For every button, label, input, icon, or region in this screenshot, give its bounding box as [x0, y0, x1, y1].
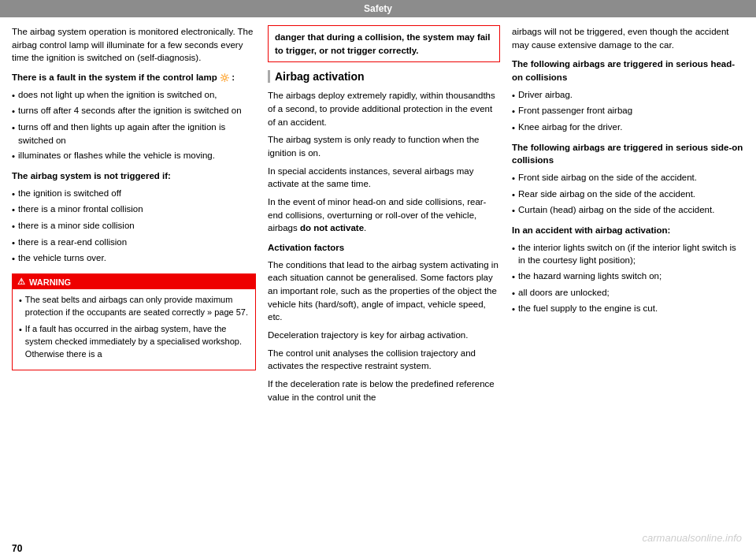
right-p1: airbags will not be triggered, even thou… — [512, 25, 744, 51]
fault-title: There is a fault in the system if the co… — [12, 71, 256, 84]
activation-p4: In the event of minor head-on and side c… — [268, 195, 500, 235]
accident-bullet-3: • all doors are unlocked; — [512, 286, 744, 300]
bullet-dot: • — [512, 303, 515, 316]
accident-bullet-2: • the hazard warning lights switch on; — [512, 270, 744, 284]
center-column: danger that during a collision, the syst… — [268, 25, 500, 531]
head-on-bullet-1: • Driver airbag. — [512, 88, 744, 102]
head-on-bullet-3: • Knee airbag for the driver. — [512, 121, 744, 135]
fault-bullet-2: • turns off after 4 seconds after the ig… — [12, 104, 256, 118]
head-on-title: The following airbags are triggered in s… — [512, 58, 744, 84]
activation-p2: The airbag system is only ready to funct… — [268, 133, 500, 159]
head-on-bullet-2: • Front passenger front airbag — [512, 104, 744, 118]
factors-title: Activation factors — [268, 241, 500, 255]
bullet-dot: • — [512, 121, 515, 135]
bullet-dot: • — [12, 236, 15, 250]
bullet-dot: • — [12, 252, 15, 266]
accident-title: In an accident with airbag activation: — [512, 224, 744, 237]
warning-header: ⚠ WARNING — [13, 274, 255, 289]
content-area: The airbag system operation is monitored… — [0, 17, 756, 539]
not-triggered-title: The airbag system is not triggered if: — [12, 169, 256, 183]
warning-bullet-1: • The seat belts and airbags can only pr… — [19, 294, 249, 319]
side-bullet-3: • Curtain (head) airbag on the side of t… — [512, 203, 744, 218]
fault-bullet-4: • illuminates or flashes while the vehic… — [12, 149, 256, 163]
side-bullet-2: • Rear side airbag on the side of the ac… — [512, 188, 744, 202]
bullet-dot: • — [12, 89, 15, 102]
fault-bullet-3: • turns off and then lights up again aft… — [12, 121, 256, 147]
bullet-dot: • — [12, 105, 15, 118]
airbag-activation-header: Airbag activation — [268, 70, 500, 83]
factors-p2: Deceleration trajectory is key for airba… — [268, 329, 500, 342]
lamp-icon: 🔆 — [220, 73, 229, 82]
intro-text: The airbag system operation is monitored… — [12, 25, 256, 65]
bullet-dot: • — [512, 105, 515, 118]
side-bullet-1: • Front side airbag on the side of the a… — [512, 171, 744, 185]
activation-p3: In special accidents instances, several … — [268, 165, 500, 191]
accident-bullet-4: • the fuel supply to the engine is cut. — [512, 302, 744, 316]
warning-triangle-icon: ⚠ — [17, 277, 25, 287]
bullet-dot: • — [512, 270, 515, 284]
header-bar: Safety — [0, 0, 756, 17]
danger-box: danger that during a collision, the syst… — [268, 25, 500, 62]
warning-bullet-2: • If a fault has occurred in the airbag … — [19, 323, 249, 361]
not-triggered-bullet-1: • the ignition is switched off — [12, 187, 256, 201]
bullet-dot: • — [12, 203, 15, 217]
bullet-dot: • — [12, 220, 15, 233]
not-triggered-bullet-2: • there is a minor frontal collision — [12, 203, 256, 217]
factors-p4: If the deceleration rate is below the pr… — [268, 378, 500, 404]
bullet-dot: • — [512, 204, 515, 218]
page: Safety The airbag system operation is mo… — [0, 0, 756, 558]
right-column: airbags will not be triggered, even thou… — [512, 25, 744, 531]
bullet-dot: • — [512, 172, 515, 185]
bullet-dot: • — [12, 121, 15, 147]
not-triggered-bullet-3: • there is a minor side collision — [12, 219, 256, 233]
warning-box: ⚠ WARNING • The seat belts and airbags c… — [12, 273, 256, 370]
factors-p3: The control unit analyses the collision … — [268, 347, 500, 373]
header-title: Safety — [364, 3, 392, 14]
not-triggered-bullet-4: • there is a rear-end collision — [12, 236, 256, 250]
fault-bullet-1: • does not light up when the ignition is… — [12, 88, 256, 102]
bullet-dot: • — [512, 242, 515, 267]
not-triggered-bullet-5: • the vehicle turns over. — [12, 251, 256, 266]
left-column: The airbag system operation is monitored… — [12, 25, 256, 531]
bullet-dot: • — [512, 287, 515, 300]
accident-bullet-1: • the interior lights switch on (if the … — [512, 241, 744, 267]
activation-p1: The airbags deploy extremely rapidly, wi… — [268, 89, 500, 128]
bullet-dot: • — [512, 89, 515, 102]
bullet-dot: • — [19, 324, 22, 361]
side-title: The following airbags are triggered in s… — [512, 141, 744, 167]
warning-content: • The seat belts and airbags can only pr… — [13, 289, 255, 370]
bullet-dot: • — [19, 295, 22, 319]
bullet-dot: • — [512, 188, 515, 202]
factors-p1: The conditions that lead to the airbag s… — [268, 259, 500, 324]
watermark: carmanualsonline.info — [643, 532, 742, 544]
bullet-dot: • — [12, 188, 15, 201]
bullet-dot: • — [12, 150, 15, 163]
